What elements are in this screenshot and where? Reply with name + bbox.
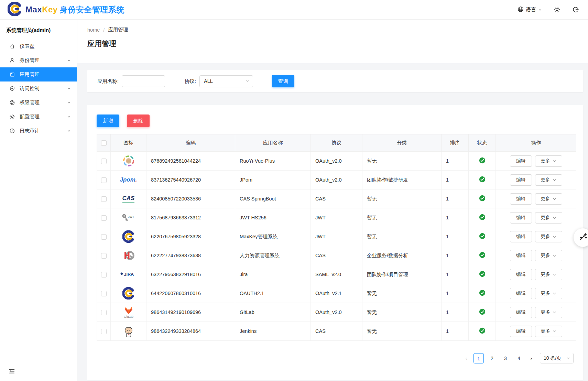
sidebar-item-身份管理[interactable]: 身份管理: [0, 53, 77, 67]
row-checkbox[interactable]: [101, 253, 107, 259]
select-all-checkbox[interactable]: [101, 140, 107, 146]
table-row: Jpom.837136275440926720JPomOAuth_v2.0团队协…: [97, 171, 576, 189]
app-code: 986431492190109696: [146, 303, 235, 322]
app-code: 622227747938373638: [146, 246, 235, 265]
add-button[interactable]: 新增: [97, 115, 119, 127]
edit-button[interactable]: 编辑: [510, 212, 532, 224]
app-status: [469, 246, 496, 265]
row-checkbox[interactable]: [101, 196, 107, 202]
app-protocol: OAuth_v2.1: [311, 284, 362, 303]
access-icon: [9, 86, 15, 91]
more-button[interactable]: 更多: [535, 155, 562, 167]
pagination: ‹1234›10 条/页: [97, 353, 574, 363]
logout-icon[interactable]: [572, 6, 579, 13]
edit-button[interactable]: 编辑: [510, 288, 532, 299]
edit-button[interactable]: 编辑: [510, 326, 532, 337]
menu-fold-icon[interactable]: [8, 368, 15, 376]
app-name: Jenkins: [235, 322, 311, 341]
app-sort: 1: [442, 284, 469, 303]
edit-button[interactable]: 编辑: [510, 155, 532, 167]
search-button[interactable]: 查询: [272, 75, 294, 87]
page-4[interactable]: 4: [514, 353, 524, 363]
app-name: RuoYi-Vue-Plus: [235, 152, 311, 171]
edit-button[interactable]: 编辑: [510, 250, 532, 261]
row-actions-cell: 编辑更多: [496, 303, 576, 322]
app-status: [469, 208, 496, 227]
page-2[interactable]: 2: [487, 353, 497, 363]
app-code: 632279563832918016: [146, 265, 235, 284]
chevron-down-icon: [67, 115, 71, 119]
app-name-input[interactable]: [122, 75, 165, 87]
language-switcher[interactable]: 语言: [518, 6, 542, 13]
more-button[interactable]: 更多: [535, 288, 562, 299]
sidebar-item-日志审计[interactable]: 日志审计: [0, 124, 77, 138]
more-button[interactable]: 更多: [535, 269, 562, 280]
chevron-right-icon[interactable]: ›: [527, 355, 535, 361]
more-button[interactable]: 更多: [535, 326, 562, 337]
sidebar-item-权限管理[interactable]: 权限管理: [0, 96, 77, 110]
sidebar-item-仪表盘[interactable]: 仪表盘: [0, 39, 77, 53]
svg-text:GitLab: GitLab: [124, 315, 133, 318]
jpom-logo: Jpom.: [111, 176, 146, 183]
sidebar: 系统管理员(admin) 仪表盘身份管理应用管理访问控制权限管理配置管理日志审计: [0, 20, 77, 381]
app-icon-cell: [111, 284, 146, 303]
table-row: JIRA632279563832918016JiraSAML_v2.0团队协作/…: [97, 265, 576, 284]
row-checkbox[interactable]: [101, 291, 107, 296]
row-checkbox[interactable]: [101, 215, 107, 221]
sidebar-item-配置管理[interactable]: 配置管理: [0, 110, 77, 124]
edit-button[interactable]: 编辑: [510, 269, 532, 280]
table-row: 622227747938373638人力资源管理系统CAS企业服务/数据分析1编…: [97, 246, 576, 265]
permission-icon: [9, 100, 15, 106]
more-button[interactable]: 更多: [535, 231, 562, 242]
row-checkbox[interactable]: [101, 159, 107, 164]
app-category: 团队协作/项目管理: [362, 265, 442, 284]
row-checkbox[interactable]: [101, 272, 107, 277]
edit-button[interactable]: 编辑: [510, 193, 532, 205]
app-name: JWT HS256: [235, 208, 311, 227]
row-actions-cell: 编辑更多: [496, 189, 576, 208]
more-button[interactable]: 更多: [535, 212, 562, 224]
settings-gear-icon[interactable]: [554, 6, 560, 13]
table-row: JWT817568793663373312JWT HS256JWT暂无1编辑更多: [97, 208, 576, 227]
row-checkbox[interactable]: [101, 329, 107, 334]
chevron-left-icon[interactable]: ‹: [462, 355, 470, 361]
row-actions-cell: 编辑更多: [496, 265, 576, 284]
breadcrumb: home / 应用管理: [87, 26, 588, 33]
app-category: 暂无: [362, 322, 442, 341]
filter-bar: 应用名称: 协议: ALL 查询: [87, 70, 583, 92]
app-icon-cell: GitLab: [111, 303, 146, 322]
more-button[interactable]: 更多: [535, 193, 562, 205]
row-select-cell: [97, 189, 111, 208]
app-status: [469, 284, 496, 303]
edit-button[interactable]: 编辑: [510, 307, 532, 318]
app-window: MaxKey身份安全管理系统 语言: [0, 0, 588, 381]
page-size-select[interactable]: 10 条/页: [540, 353, 574, 363]
column-header-分类: 分类: [362, 134, 442, 152]
sidebar-item-应用管理[interactable]: 应用管理: [0, 67, 77, 81]
more-button[interactable]: 更多: [535, 250, 562, 261]
check-circle-icon: [479, 178, 486, 184]
page-3[interactable]: 3: [500, 353, 511, 363]
maxkey-logo: [111, 287, 146, 300]
delete-button[interactable]: 删除: [127, 115, 150, 127]
app-category: 暂无: [362, 189, 442, 208]
more-button[interactable]: 更多: [535, 307, 562, 318]
app-icon-cell: Jpom.: [111, 171, 146, 189]
edit-button[interactable]: 编辑: [510, 231, 532, 242]
row-checkbox[interactable]: [101, 310, 107, 315]
sidebar-item-访问控制[interactable]: 访问控制: [0, 81, 77, 96]
app-code: 817568793663373312: [146, 208, 235, 227]
app-code: 824008507220033536: [146, 189, 235, 208]
check-circle-icon: [479, 235, 486, 240]
row-checkbox[interactable]: [101, 234, 107, 240]
breadcrumb-home[interactable]: home: [87, 27, 100, 33]
protocol-select[interactable]: ALL: [199, 75, 253, 87]
app-icon-cell: JIRA: [111, 265, 146, 284]
more-button[interactable]: 更多: [535, 174, 562, 186]
page-1[interactable]: 1: [473, 353, 484, 363]
row-checkbox[interactable]: [101, 177, 107, 183]
sidebar-item-label: 仪表盘: [20, 43, 35, 50]
row-select-cell: [97, 208, 111, 227]
magic-wand-icon: [578, 232, 587, 243]
edit-button[interactable]: 编辑: [510, 174, 532, 186]
